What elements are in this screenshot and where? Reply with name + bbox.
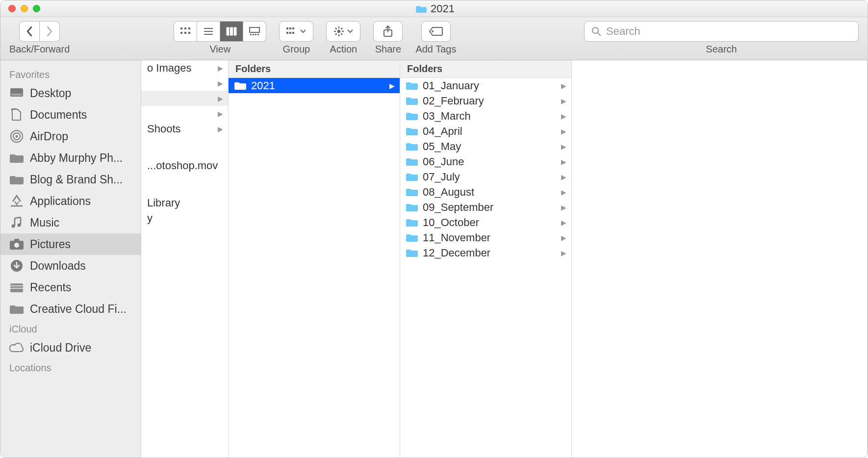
chevron-right-icon: ▶ bbox=[389, 82, 395, 90]
list-item[interactable]: ▶ bbox=[141, 106, 228, 121]
airdrop-icon bbox=[9, 130, 24, 143]
sidebar-item-label: Pictures bbox=[30, 238, 71, 251]
folder-row[interactable]: 09_September▶ bbox=[400, 200, 571, 215]
column-browser: o Images▶▶▶▶Shoots▶...otoshop.movLibrary… bbox=[141, 60, 868, 458]
folder-row[interactable]: 06_June▶ bbox=[400, 154, 571, 169]
search-field[interactable] bbox=[584, 21, 859, 42]
sidebar-item[interactable]: Music bbox=[0, 212, 141, 233]
folder-row[interactable]: 2021▶ bbox=[229, 78, 400, 93]
folder-label: 08_August bbox=[423, 186, 556, 199]
sidebar-item[interactable]: Abby Murphy Ph... bbox=[0, 147, 141, 169]
sidebar-item[interactable]: Documents bbox=[0, 104, 141, 126]
chevron-right-icon: ▶ bbox=[561, 127, 566, 135]
list-item[interactable]: ▶ bbox=[141, 76, 228, 91]
sidebar-item[interactable]: Desktop bbox=[0, 82, 141, 104]
share-button[interactable] bbox=[373, 21, 403, 42]
svg-rect-20 bbox=[286, 32, 288, 34]
search-label: Search bbox=[706, 44, 737, 55]
search-input[interactable] bbox=[606, 25, 851, 38]
view-icons-button[interactable] bbox=[174, 21, 197, 42]
column-3-preview bbox=[572, 60, 868, 458]
sidebar-item[interactable]: iCloud Drive bbox=[0, 337, 141, 358]
folder-row[interactable]: 07_July▶ bbox=[400, 169, 571, 184]
svg-rect-12 bbox=[250, 27, 259, 32]
svg-rect-5 bbox=[188, 32, 190, 34]
view-group: View bbox=[174, 21, 266, 55]
list-item[interactable] bbox=[141, 176, 228, 195]
cloud-icon bbox=[9, 341, 24, 354]
back-button[interactable] bbox=[19, 21, 40, 42]
action-label: Action bbox=[330, 44, 357, 55]
sidebar-item[interactable]: Creative Cloud Fi... bbox=[0, 298, 141, 320]
search-icon bbox=[591, 26, 601, 36]
sidebar-item[interactable]: Blog & Brand Sh... bbox=[0, 169, 141, 190]
folder-icon bbox=[406, 233, 418, 243]
folder-icon bbox=[406, 172, 418, 182]
folder-row[interactable]: 10_October▶ bbox=[400, 215, 571, 230]
folder-row[interactable]: 04_April▶ bbox=[400, 124, 571, 139]
list-item[interactable]: Shoots▶ bbox=[141, 121, 228, 136]
window-controls bbox=[8, 5, 40, 12]
folder-label: 03_March bbox=[423, 110, 556, 123]
column-1[interactable]: Folders 2021▶ bbox=[229, 60, 400, 458]
view-columns-button[interactable] bbox=[220, 21, 243, 42]
sidebar-item-label: Music bbox=[30, 216, 59, 229]
folder-row[interactable]: 05_May▶ bbox=[400, 139, 571, 154]
desktop-icon bbox=[9, 87, 24, 100]
list-item[interactable]: ▶ bbox=[141, 91, 228, 106]
folder-row[interactable]: 08_August▶ bbox=[400, 184, 571, 200]
chevron-right-icon: ▶ bbox=[561, 158, 566, 166]
finder-window: 2021 Back/Forward bbox=[0, 0, 868, 458]
folder-row[interactable]: 02_February▶ bbox=[400, 93, 571, 108]
sidebar-item[interactable]: AirDrop bbox=[0, 126, 141, 147]
folder-label: 05_May bbox=[423, 140, 556, 153]
column-2[interactable]: Folders 01_January▶02_February▶03_March▶… bbox=[400, 60, 572, 458]
view-gallery-button[interactable] bbox=[243, 21, 266, 42]
folder-icon bbox=[406, 142, 418, 152]
folder-icon bbox=[406, 127, 418, 136]
share-label: Share bbox=[375, 44, 401, 55]
column-0[interactable]: o Images▶▶▶▶Shoots▶...otoshop.movLibrary… bbox=[141, 60, 229, 458]
sidebar-item[interactable]: Recents bbox=[0, 277, 141, 298]
svg-rect-45 bbox=[14, 239, 19, 241]
close-window-button[interactable] bbox=[8, 5, 16, 12]
sidebar-item[interactable]: Pictures bbox=[0, 233, 141, 255]
sidebar-item-label: iCloud Drive bbox=[30, 341, 91, 355]
list-item[interactable]: ...otoshop.mov bbox=[141, 156, 228, 176]
folder-row[interactable]: 01_January▶ bbox=[400, 78, 571, 93]
forward-button[interactable] bbox=[40, 21, 60, 42]
list-item[interactable]: Library bbox=[141, 195, 228, 210]
svg-point-23 bbox=[337, 30, 340, 33]
folder-row[interactable]: 12_December▶ bbox=[400, 245, 571, 260]
music-icon bbox=[9, 216, 24, 229]
svg-rect-48 bbox=[10, 283, 23, 292]
chevron-right-icon: ▶ bbox=[218, 95, 223, 102]
window-title: 2021 bbox=[40, 2, 830, 15]
list-item[interactable] bbox=[141, 136, 228, 156]
list-item[interactable]: y bbox=[141, 210, 228, 226]
minimize-window-button[interactable] bbox=[21, 5, 28, 12]
svg-line-35 bbox=[598, 33, 601, 36]
chevron-right-icon: ▶ bbox=[218, 79, 223, 87]
share-icon bbox=[383, 25, 393, 37]
folder-row[interactable]: 11_November▶ bbox=[400, 230, 571, 245]
folder-icon bbox=[406, 248, 418, 258]
action-button[interactable] bbox=[326, 21, 360, 42]
sidebar-item-label: Applications bbox=[30, 195, 91, 208]
list-item-label: ...otoshop.mov bbox=[147, 159, 223, 172]
sidebar-item[interactable]: Downloads bbox=[0, 255, 141, 277]
sidebar-item[interactable]: Applications bbox=[0, 190, 141, 212]
folder-label: 2021 bbox=[251, 79, 384, 92]
add-tags-button[interactable] bbox=[421, 21, 451, 42]
group-group: Group bbox=[279, 21, 313, 55]
folder-label: 09_September bbox=[423, 201, 556, 214]
folder-row[interactable]: 03_March▶ bbox=[400, 108, 571, 124]
share-group: Share bbox=[373, 21, 403, 55]
svg-point-42 bbox=[12, 225, 15, 228]
group-button[interactable] bbox=[279, 21, 313, 42]
chevron-right-icon: ▶ bbox=[561, 204, 566, 211]
zoom-window-button[interactable] bbox=[33, 5, 40, 12]
svg-point-34 bbox=[592, 27, 598, 33]
view-list-button[interactable] bbox=[197, 21, 220, 42]
list-item[interactable]: o Images▶ bbox=[141, 60, 228, 76]
